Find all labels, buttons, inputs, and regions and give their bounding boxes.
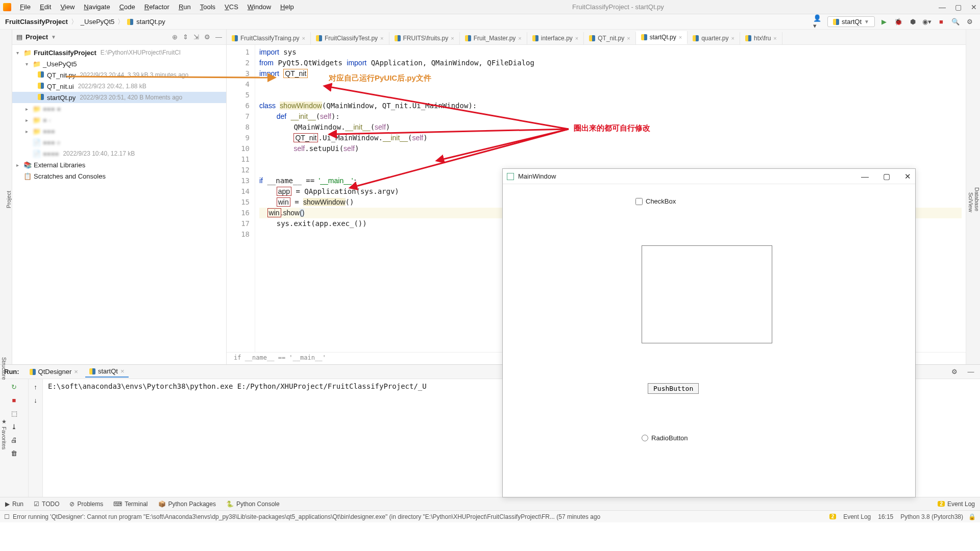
- menu-edit[interactable]: Edit: [36, 2, 55, 12]
- gear-icon[interactable]: ⚙: [949, 367, 960, 377]
- qt-radiobutton[interactable]: RadioButton: [642, 434, 688, 442]
- editor-tab[interactable]: startQt.py×: [636, 31, 688, 44]
- layout-icon[interactable]: ⬚: [10, 409, 19, 418]
- tree-root[interactable]: ▾📁 FruitClassifyProject E:\Python\XHUPro…: [12, 47, 226, 58]
- bottom-tab-terminal[interactable]: ⌨Terminal: [113, 500, 148, 508]
- editor-tab[interactable]: interface.py×: [527, 32, 584, 44]
- window-title: FruitClassifyProject - startQt.py: [298, 3, 939, 11]
- qt-mainwindow[interactable]: MainWindow — ▢ ✕ CheckBox PushButton Rad…: [502, 168, 916, 497]
- run-tab[interactable]: QtDesigner×: [26, 366, 82, 378]
- tree-item[interactable]: ▸📁■■■ ■: [12, 103, 226, 114]
- close-button[interactable]: ✕: [971, 3, 977, 11]
- rerun-icon[interactable]: ↻: [10, 382, 19, 391]
- editor-tab[interactable]: FruitClassifyTraing.py×: [227, 32, 311, 44]
- menu-help[interactable]: Help: [277, 2, 298, 12]
- interpreter[interactable]: Python 3.8 (Pytorch38): [900, 513, 963, 520]
- tree-item[interactable]: ▸📁■ ‹: [12, 114, 226, 126]
- tree-file[interactable]: QT_nit.ui2022/9/23 20:42, 1.88 kB: [12, 81, 226, 92]
- scroll-icon[interactable]: ⤓: [10, 422, 19, 431]
- event-log[interactable]: Event Log: [843, 513, 871, 520]
- hide-icon[interactable]: —: [215, 33, 222, 41]
- menu-file[interactable]: File: [16, 2, 34, 12]
- breadcrumb-root[interactable]: FruitClassifyProject: [5, 18, 68, 26]
- editor-tab[interactable]: htx\fru×: [740, 32, 782, 44]
- status-icon[interactable]: ☐: [4, 513, 10, 520]
- python-icon: [127, 19, 133, 25]
- structure-tool-tab[interactable]: Structure: [1, 357, 7, 380]
- run-icon[interactable]: ▶: [879, 17, 889, 27]
- qt-maximize[interactable]: ▢: [883, 172, 890, 181]
- menu-code[interactable]: Code: [116, 2, 139, 12]
- down-icon[interactable]: ↓: [31, 395, 40, 405]
- menu-run[interactable]: Run: [175, 2, 194, 12]
- python-icon: [833, 19, 839, 25]
- external-libraries[interactable]: ▸📚External Libraries: [12, 159, 226, 170]
- profile-icon[interactable]: ◉▾: [922, 17, 932, 27]
- menu-window[interactable]: Window: [244, 2, 275, 12]
- tree-item[interactable]: ▸📁■■■: [12, 126, 226, 137]
- collapse-icon[interactable]: ⇕: [183, 33, 188, 41]
- editor-tab[interactable]: QT_nit.py×: [584, 32, 635, 44]
- database-tool-tab[interactable]: Database: [974, 187, 980, 211]
- event-log-tab[interactable]: 2Event Log: [938, 500, 975, 508]
- menu-refactor[interactable]: Refactor: [141, 2, 173, 12]
- minimize-button[interactable]: —: [939, 3, 946, 11]
- tree-file[interactable]: startQt.py2022/9/23 20:51, 420 B Moments…: [12, 92, 226, 103]
- qt-pushbutton[interactable]: PushButton: [648, 383, 699, 394]
- qt-window-title: MainWindow: [518, 172, 556, 180]
- hide-icon[interactable]: —: [966, 367, 976, 377]
- bottom-tab-python-packages[interactable]: 📦Python Packages: [158, 500, 216, 508]
- gear-icon[interactable]: ⚙: [204, 33, 210, 41]
- qt-minimize[interactable]: —: [861, 172, 869, 181]
- breadcrumb-file[interactable]: startQt.py: [136, 18, 165, 26]
- print-icon[interactable]: 🖨: [10, 435, 19, 444]
- user-icon[interactable]: 👤▾: [813, 17, 823, 27]
- menu-vcs[interactable]: VCS: [221, 2, 242, 12]
- notification-badge[interactable]: 2: [829, 514, 837, 519]
- coverage-icon[interactable]: ⬢: [908, 17, 918, 27]
- breadcrumb-folder[interactable]: _UsePyQt5: [81, 18, 114, 26]
- app-logo: [3, 3, 11, 11]
- favorites-tool-tab[interactable]: ★ Favorites: [1, 418, 8, 449]
- menu-navigate[interactable]: Navigate: [80, 2, 113, 12]
- editor-tab[interactable]: FRUITS\fruits.py×: [389, 32, 460, 44]
- editor-tab[interactable]: FruitClassifyTest.py×: [311, 32, 389, 44]
- bottom-tab-todo[interactable]: ☑TODO: [34, 500, 59, 508]
- debug-icon[interactable]: 🐞: [893, 17, 903, 27]
- trash-icon[interactable]: 🗑: [10, 448, 19, 458]
- editor-tab[interactable]: quarter.py×: [688, 32, 740, 44]
- bottom-tab-problems[interactable]: ⊘Problems: [69, 500, 103, 508]
- status-message: Error running 'QtDesigner': Cannot run p…: [13, 513, 600, 520]
- tree-file[interactable]: QT_nit.py2022/9/23 20:44, 3.39 kB 3 minu…: [12, 69, 226, 81]
- bottom-tab-python-console[interactable]: 🐍Python Console: [226, 500, 280, 508]
- up-icon[interactable]: ↑: [31, 382, 40, 391]
- scratches[interactable]: 📋Scratches and Consoles: [12, 170, 226, 182]
- stop-icon[interactable]: ■: [936, 17, 946, 27]
- expand-icon[interactable]: ⇲: [193, 33, 199, 41]
- project-dropdown-icon[interactable]: ▤: [16, 33, 22, 41]
- maximize-button[interactable]: ▢: [955, 3, 962, 11]
- menu-view[interactable]: View: [57, 2, 78, 12]
- sciview-tool-tab[interactable]: SciView: [968, 192, 974, 212]
- editor-tab[interactable]: Fruit_Master.py×: [460, 32, 527, 44]
- qt-checkbox[interactable]: CheckBox: [635, 197, 676, 205]
- caret-position[interactable]: 16:15: [878, 513, 893, 520]
- menu-tools[interactable]: Tools: [197, 2, 219, 12]
- tree-folder[interactable]: ▾📁 _UsePyQt5: [12, 58, 226, 69]
- run-tab[interactable]: startQt×: [85, 366, 129, 378]
- bottom-tab-run[interactable]: ▶Run: [5, 500, 23, 508]
- lock-icon[interactable]: 🔒: [968, 513, 976, 520]
- target-icon[interactable]: ⊕: [172, 33, 178, 41]
- qt-window-icon: [507, 173, 514, 180]
- project-tool-tab[interactable]: Project: [6, 191, 12, 208]
- project-pane-label: Project: [26, 33, 48, 41]
- search-icon[interactable]: 🔍: [950, 17, 961, 27]
- tree-item[interactable]: 📄■■■ e: [12, 137, 226, 148]
- settings-icon[interactable]: ⚙: [965, 17, 975, 27]
- qt-frame: [642, 245, 772, 343]
- stop-icon[interactable]: ■: [10, 395, 19, 405]
- run-config-dropdown[interactable]: startQt ▼: [827, 16, 875, 27]
- tree-item[interactable]: 📄■■■■2022/9/23 10:40, 12.17 kB: [12, 148, 226, 159]
- qt-close[interactable]: ✕: [904, 172, 911, 181]
